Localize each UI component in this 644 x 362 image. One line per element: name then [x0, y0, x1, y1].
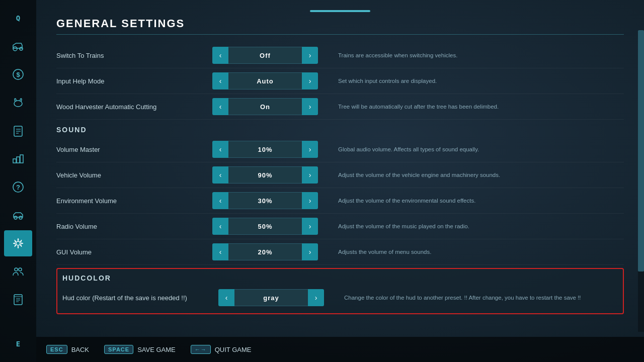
setting-row-volume-master: Volume Master ‹ 10% › Global audio volum…: [56, 137, 624, 162]
back-button[interactable]: ESC BACK: [46, 345, 89, 354]
main-content: GENERAL SETTINGS Switch To Trains ‹ Off …: [36, 0, 644, 362]
svg-rect-11: [20, 155, 23, 163]
gui-volume-control: ‹ 20% ›: [212, 243, 318, 260]
switch-to-trains-control: ‹ Off ›: [212, 47, 318, 64]
multiplayer-icon: [11, 264, 25, 279]
switch-to-trains-label: Switch To Trains: [56, 52, 212, 59]
sidebar-item-missions[interactable]: [4, 118, 32, 144]
volume-master-control: ‹ 10% ›: [212, 141, 318, 158]
wood-harvester-next[interactable]: ›: [302, 98, 318, 115]
sidebar-item-production[interactable]: [4, 146, 32, 172]
setting-row-hud-color: Hud color (Restart of the save is needed…: [62, 285, 618, 310]
vehicle-icon: [11, 208, 25, 222]
input-help-mode-next[interactable]: ›: [302, 72, 318, 89]
input-help-mode-prev[interactable]: ‹: [212, 72, 228, 89]
gui-volume-label: GUI Volume: [56, 248, 212, 256]
wood-harvester-desc: Tree will be automatically cut after the…: [318, 103, 624, 111]
scrollbar-track[interactable]: [638, 30, 644, 332]
svg-point-0: [13, 47, 17, 51]
quit-game-button[interactable]: ←→ QUIT GAME: [191, 345, 252, 354]
setting-row-radio-volume: Radio Volume ‹ 50% › Adjust the volume o…: [56, 214, 624, 239]
setting-row-switch-to-trains: Switch To Trains ‹ Off › Trains are acce…: [56, 43, 624, 68]
vehicle-volume-desc: Adjust the volume of the vehicle engine …: [318, 171, 624, 179]
sidebar: Q $: [0, 0, 36, 362]
input-help-mode-desc: Set which input controls are displayed.: [318, 77, 624, 85]
page-title: GENERAL SETTINGS: [56, 17, 624, 35]
svg-point-1: [20, 47, 23, 50]
hudcolor-section-header: HUDCOLOR: [62, 272, 618, 285]
input-help-mode-control: ‹ Auto ›: [212, 72, 318, 89]
switch-to-trains-value: Off: [228, 47, 302, 64]
hud-color-prev[interactable]: ‹: [218, 289, 234, 306]
volume-master-value: 10%: [228, 141, 302, 158]
settings-icon: [11, 236, 25, 250]
back-key-badge: ESC: [46, 345, 67, 354]
sidebar-item-almanac[interactable]: [4, 287, 32, 313]
volume-master-desc: Global audio volume. Affects all types o…: [318, 145, 624, 153]
setting-row-gui-volume: GUI Volume ‹ 20% › Adjusts the volume of…: [56, 239, 624, 265]
gui-volume-next[interactable]: ›: [302, 243, 318, 260]
input-help-mode-label: Input Help Mode: [56, 77, 212, 85]
vehicle-volume-value: 90%: [228, 166, 302, 184]
radio-volume-value: 50%: [228, 218, 302, 235]
radio-volume-next[interactable]: ›: [302, 218, 318, 235]
environment-volume-label: Environment Volume: [56, 197, 212, 205]
vehicle-volume-control: ‹ 90% ›: [212, 166, 318, 184]
gui-volume-desc: Adjusts the volume of menu sounds.: [318, 248, 624, 256]
economy-icon: $: [11, 67, 25, 81]
wood-harvester-control: ‹ On ›: [212, 98, 318, 115]
setting-row-environment-volume: Environment Volume ‹ 30% › Adjust the vo…: [56, 188, 624, 214]
e-key-icon: E: [16, 340, 20, 348]
save-key-badge: SPACE: [104, 345, 133, 354]
save-label: SAVE GAME: [137, 346, 176, 353]
volume-master-next[interactable]: ›: [302, 141, 318, 158]
missions-icon: [11, 124, 25, 138]
radio-volume-prev[interactable]: ‹: [212, 218, 228, 235]
top-bar: [56, 10, 624, 12]
wood-harvester-label: Wood Harvester Automatic Cutting: [56, 103, 212, 111]
almanac-icon: [11, 293, 25, 307]
environment-volume-control: ‹ 30% ›: [212, 192, 318, 209]
gui-volume-prev[interactable]: ‹: [212, 243, 228, 260]
sidebar-item-help[interactable]: ?: [4, 174, 32, 200]
tab-indicator: [310, 10, 370, 12]
svg-text:?: ?: [16, 184, 20, 191]
switch-to-trains-next[interactable]: ›: [302, 47, 318, 64]
environment-volume-next[interactable]: ›: [302, 192, 318, 209]
sound-section-header: SOUND: [56, 120, 624, 137]
wood-harvester-prev[interactable]: ‹: [212, 98, 228, 115]
svg-point-14: [14, 216, 17, 219]
sidebar-item-multiplayer[interactable]: [4, 258, 32, 285]
svg-point-16: [16, 241, 20, 245]
input-help-mode-value: Auto: [228, 72, 302, 89]
save-game-button[interactable]: SPACE SAVE GAME: [104, 345, 176, 354]
hud-color-next[interactable]: ›: [308, 289, 324, 306]
svg-point-15: [19, 216, 22, 219]
setting-row-input-help-mode: Input Help Mode ‹ Auto › Set which input…: [56, 68, 624, 94]
sidebar-item-animals[interactable]: [4, 89, 32, 116]
volume-master-label: Volume Master: [56, 146, 212, 153]
sidebar-item-settings[interactable]: [4, 230, 32, 256]
vehicle-volume-prev[interactable]: ‹: [212, 166, 228, 184]
setting-row-vehicle-volume: Vehicle Volume ‹ 90% › Adjust the volume…: [56, 162, 624, 188]
environment-volume-prev[interactable]: ‹: [212, 192, 228, 209]
vehicle-volume-label: Vehicle Volume: [56, 171, 212, 179]
switch-to-trains-prev[interactable]: ‹: [212, 47, 228, 64]
vehicle-volume-next[interactable]: ›: [302, 166, 318, 184]
bottom-bar: ESC BACK SPACE SAVE GAME ←→ QUIT GAME: [36, 337, 644, 362]
sidebar-item-economy[interactable]: $: [4, 61, 32, 87]
svg-rect-9: [13, 159, 16, 163]
tractor-icon: [11, 39, 25, 53]
environment-volume-value: 30%: [228, 192, 302, 209]
volume-master-prev[interactable]: ‹: [212, 141, 228, 158]
svg-rect-10: [17, 157, 20, 163]
radio-volume-control: ‹ 50% ›: [212, 218, 318, 235]
sidebar-item-q[interactable]: Q: [4, 5, 32, 31]
hud-color-value: gray: [234, 289, 308, 306]
sidebar-item-tractor[interactable]: [4, 33, 32, 59]
sidebar-item-e[interactable]: E: [4, 331, 32, 357]
svg-rect-19: [14, 295, 22, 305]
hud-color-label: Hud color (Restart of the save is needed…: [62, 294, 218, 302]
radio-volume-desc: Adjust the volume of the music played on…: [318, 222, 624, 230]
sidebar-item-vehicle[interactable]: [4, 202, 32, 228]
